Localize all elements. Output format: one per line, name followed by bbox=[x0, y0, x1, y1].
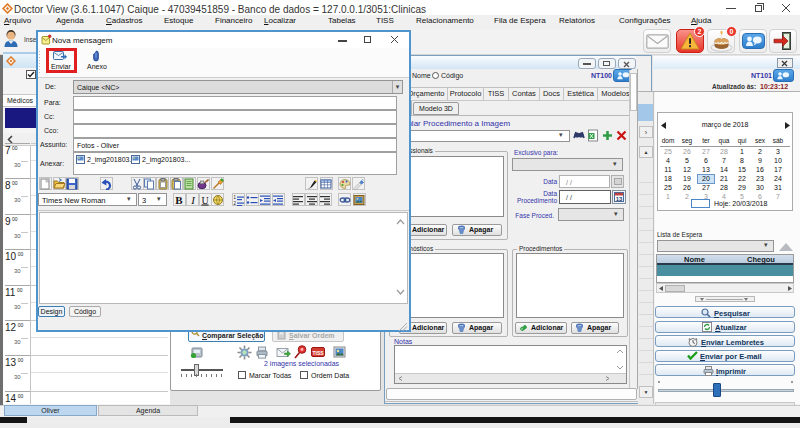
svg-text:I: I bbox=[190, 194, 196, 206]
svg-text:2: 2 bbox=[233, 201, 236, 206]
svg-text:B: B bbox=[175, 194, 183, 206]
svg-text:1: 1 bbox=[233, 195, 236, 200]
svg-text:U: U bbox=[201, 194, 209, 205]
svg-text:13: 13 bbox=[616, 196, 623, 202]
